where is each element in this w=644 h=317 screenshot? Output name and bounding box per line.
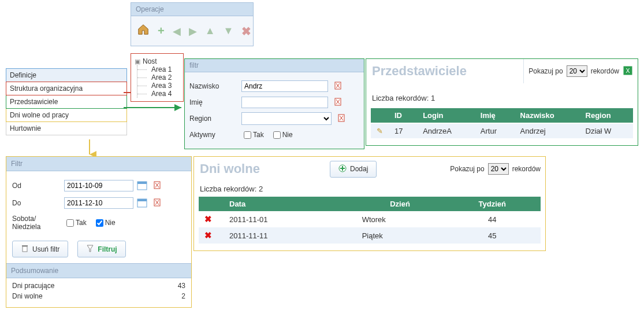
add-button[interactable]: Dodaj xyxy=(330,161,377,178)
def-item-hurtownie[interactable]: Hurtownie xyxy=(6,122,127,135)
svg-rect-18 xyxy=(137,182,147,184)
col-login: Login xyxy=(417,108,475,123)
operations-panel: Operacje + ◀ ▶ ▲ ▼ ✖ xyxy=(131,2,254,46)
days-table: Data Dzień Tydzień ✖ 2011-11-01 Wtorek 4… xyxy=(199,197,541,244)
active-yes-checkbox[interactable] xyxy=(244,131,251,139)
tree-root[interactable]: Nost xyxy=(135,57,180,65)
col-data: Data xyxy=(218,197,356,211)
clear-filter-button[interactable]: Usuń filtr xyxy=(12,241,68,257)
firstname-input[interactable] xyxy=(241,97,328,108)
clear-icon[interactable] xyxy=(334,97,343,108)
from-label: Od xyxy=(12,182,64,190)
edit-icon[interactable]: ✎ xyxy=(377,127,383,135)
arrow-up-icon[interactable]: ▲ xyxy=(205,25,215,37)
clear-icon[interactable] xyxy=(153,180,162,191)
col-dzien: Dzień xyxy=(356,197,444,211)
reps-pager: Pokazuj po 20 rekordów X xyxy=(524,59,638,83)
col-imie: Imię xyxy=(475,108,515,123)
region-label: Region xyxy=(189,115,241,123)
col-id: ID xyxy=(389,108,417,123)
lastname-label: Nazwisko xyxy=(189,82,241,90)
home-icon[interactable] xyxy=(137,23,150,39)
def-item-przedstawiciele[interactable]: Przedstawiciele xyxy=(6,95,127,109)
definitions-title: Definicje xyxy=(6,68,127,82)
col-region: Region xyxy=(580,108,633,123)
summary-title: Podsumowanie xyxy=(6,263,191,278)
def-item-dni-wolne[interactable]: Dni wolne od pracy xyxy=(6,109,127,122)
reps-title: Przedstawiciele xyxy=(366,59,524,83)
from-input[interactable] xyxy=(64,180,133,191)
to-input[interactable] xyxy=(64,197,133,209)
filter-title: filtr xyxy=(185,59,364,72)
apply-filter-button[interactable]: Filtruj xyxy=(77,241,125,257)
days-filter-panel: Filtr Od Do Sobota/ Niedziela Tak Nie xyxy=(6,156,192,308)
weekend-label: Sobota/ Niedziela xyxy=(12,215,64,231)
arrow-left-icon[interactable]: ◀ xyxy=(173,25,181,38)
reps-pagesize-select[interactable]: 20 xyxy=(567,65,587,77)
table-row[interactable]: ✎ 17 AndrzeA Artur Andrzej Dział W xyxy=(371,123,633,138)
weekend-yes-checkbox[interactable] xyxy=(66,219,74,227)
filter-panel: filtr Nazwisko Imię Region Aktywny Tak N… xyxy=(184,58,364,149)
firstname-label: Imię xyxy=(189,98,241,106)
to-label: Do xyxy=(12,199,64,207)
tree-node[interactable]: Area 2 xyxy=(148,73,180,82)
excel-export-icon[interactable]: X xyxy=(623,65,633,78)
svg-rect-23 xyxy=(137,199,147,201)
days-off-panel: Dni wolne Dodaj Pokazuj po 20 rekordów L… xyxy=(193,156,546,251)
clear-icon[interactable] xyxy=(153,198,162,209)
definitions-list: Definicje Struktura organizacyjna Przeds… xyxy=(6,68,127,135)
tree-node[interactable]: Area 4 xyxy=(148,90,180,98)
plus-circle-icon xyxy=(338,164,347,174)
clear-icon[interactable] xyxy=(334,81,343,92)
arrow-right-icon[interactable]: ▶ xyxy=(189,25,197,38)
lastname-input[interactable] xyxy=(241,80,328,92)
reps-table: ID Login Imię Nazwisko Region ✎ 17 Andrz… xyxy=(371,108,633,138)
summary-row: Dni pracujące43 xyxy=(12,281,185,291)
col-tydzien: Tydzień xyxy=(444,197,541,211)
def-item-struktura[interactable]: Struktura organizacyjna xyxy=(6,82,127,95)
calendar-icon[interactable] xyxy=(137,180,147,192)
operations-toolbar: + ◀ ▶ ▲ ▼ ✖ xyxy=(131,16,254,46)
days-pager: Pokazuj po 20 rekordów xyxy=(445,157,545,181)
trash-icon xyxy=(21,244,29,254)
arrow-green xyxy=(124,102,187,115)
plus-icon[interactable]: + xyxy=(158,24,165,38)
summary-row: Dni wolne2 xyxy=(12,291,185,301)
col-nazwisko: Nazwisko xyxy=(515,108,580,123)
delete-icon[interactable]: ✖ xyxy=(204,230,212,240)
table-row[interactable]: ✖ 2011-11-01 Wtorek 44 xyxy=(199,211,541,227)
svg-rect-27 xyxy=(23,246,27,252)
active-no-checkbox[interactable] xyxy=(273,131,281,139)
representatives-panel: Przedstawiciele Pokazuj po 20 rekordów X… xyxy=(366,58,638,146)
tree-node[interactable]: Area 1 xyxy=(148,65,180,73)
funnel-icon xyxy=(86,244,94,254)
table-row[interactable]: ✖ 2011-11-11 Piątek 45 xyxy=(199,227,541,244)
active-label: Aktywny xyxy=(189,131,241,139)
weekend-no-checkbox[interactable] xyxy=(96,219,103,227)
delete-icon[interactable]: ✖ xyxy=(204,214,212,224)
tree-node[interactable]: Area 3 xyxy=(148,82,180,90)
region-select[interactable] xyxy=(241,112,332,125)
delete-icon[interactable]: ✖ xyxy=(241,24,251,38)
svg-rect-28 xyxy=(22,245,28,246)
org-tree: Nost Area 1 Area 2 Area 3 Area 4 xyxy=(131,53,184,102)
reps-count: Liczba rekordów: 1 xyxy=(366,83,638,105)
calendar-icon[interactable] xyxy=(137,197,147,209)
operations-title: Operacje xyxy=(131,2,254,16)
svg-text:X: X xyxy=(626,67,630,73)
days-filter-title: Filtr xyxy=(6,157,191,171)
days-off-title: Dni wolne xyxy=(194,157,330,181)
arrow-down-icon[interactable]: ▼ xyxy=(224,25,234,37)
days-pagesize-select[interactable]: 20 xyxy=(488,163,509,175)
clear-icon[interactable] xyxy=(337,113,347,124)
days-count: Liczba rekordów: 2 xyxy=(194,181,545,194)
